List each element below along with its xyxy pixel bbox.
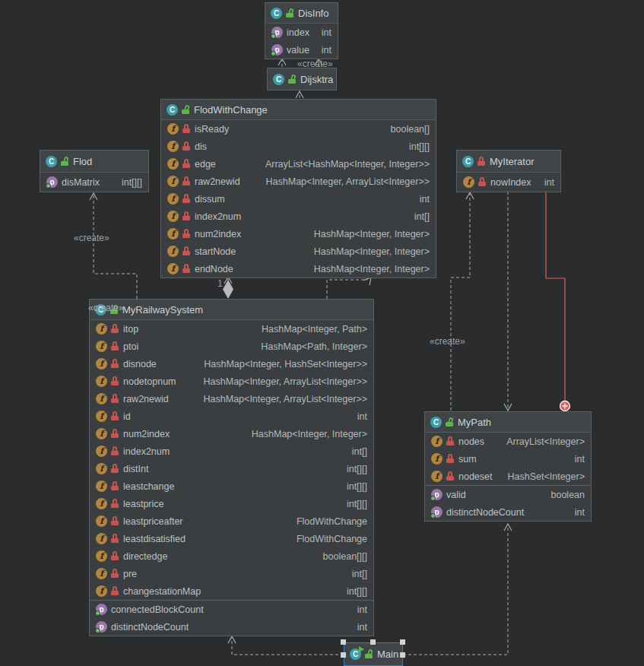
class-header: CFlodWithChange bbox=[161, 100, 436, 120]
field-icon: f bbox=[96, 393, 107, 404]
member-name: index2num bbox=[195, 211, 241, 222]
edge-red-myiterator-mypath[interactable] bbox=[546, 192, 570, 411]
member-type: ArrayList<HashMap<Integer, Integer>> bbox=[265, 159, 430, 170]
member-name: connectedBlockCount bbox=[111, 604, 204, 615]
field-icon: f bbox=[431, 453, 443, 465]
member-type: int bbox=[357, 604, 367, 615]
member-type: int bbox=[322, 27, 332, 38]
member-name: nowIndex bbox=[490, 177, 531, 188]
member-name: disnode bbox=[123, 359, 157, 369]
field-row: fstartNodeHashMap<Integer, Integer> bbox=[161, 243, 436, 260]
selection-handle-top-left[interactable] bbox=[341, 639, 346, 645]
member-name: distInt bbox=[123, 464, 148, 474]
lock-closed-icon bbox=[477, 157, 486, 166]
lock-closed-icon bbox=[182, 141, 191, 151]
field-icon: f bbox=[167, 263, 179, 274]
member-name: disMatrix bbox=[62, 177, 100, 188]
member-name: value bbox=[287, 45, 309, 56]
class-box-flodwithchange[interactable]: CFlodWithChangefisReadyboolean[]fdisint[… bbox=[160, 99, 436, 278]
field-row: fsumint bbox=[425, 450, 591, 468]
edge-main-mypath[interactable] bbox=[403, 524, 512, 655]
lock-closed-icon bbox=[111, 481, 119, 491]
field-row: fnowIndexint bbox=[457, 173, 560, 192]
class-header: CMyIterator bbox=[457, 151, 560, 173]
member-name: isReady bbox=[195, 124, 229, 135]
getter-dot-icon bbox=[430, 496, 436, 501]
field-row: fleastpriceint[][] bbox=[90, 495, 373, 512]
class-icon: C bbox=[430, 417, 442, 428]
class-box-mypath[interactable]: CMyPathfnodesArrayList<Integer>fsumintfn… bbox=[424, 411, 592, 522]
class-box-myrailwaysystem[interactable]: CMyRailwaySystemfitopHashMap<Integer, Pa… bbox=[89, 299, 374, 636]
class-title: Flod bbox=[73, 156, 92, 167]
class-title: FlodWithChange bbox=[194, 104, 268, 116]
edge-flodwithchange-dijsktra[interactable] bbox=[296, 91, 303, 98]
member-name: distinctNodeCount bbox=[446, 507, 524, 518]
class-box-dijsktra[interactable]: CDijsktra bbox=[267, 68, 337, 90]
member-name: nodetopnum bbox=[123, 376, 176, 387]
lock-closed-icon bbox=[182, 229, 191, 239]
member-name: distinctNodeCount bbox=[111, 622, 189, 633]
field-icon: f bbox=[96, 550, 107, 562]
class-icon: C bbox=[271, 8, 282, 19]
create-label-disinfo: «create» bbox=[297, 59, 333, 69]
edge-dijsktra-disinfo-1[interactable] bbox=[278, 59, 286, 67]
member-type: boolean[][] bbox=[323, 551, 367, 562]
member-name: leastprice bbox=[123, 499, 164, 509]
lock-closed-icon bbox=[182, 246, 191, 256]
lock-closed-icon bbox=[182, 176, 191, 186]
member-type: HashMap<Integer, ArrayList<Integer>> bbox=[204, 376, 367, 387]
field-row: fendNodeHashMap<Integer, Integer> bbox=[161, 260, 436, 278]
member-name: ptoi bbox=[123, 341, 138, 352]
edge-myiterator-mypath[interactable] bbox=[504, 192, 512, 411]
class-box-flod[interactable]: CFlodpdisMatrixint[][] bbox=[40, 150, 149, 192]
properties-section: pconnectedBlockCountintpdistinctNodeCoun… bbox=[90, 600, 373, 636]
member-type: int bbox=[322, 45, 332, 56]
selection-handle-mid-right[interactable] bbox=[400, 652, 405, 658]
field-icon: f bbox=[167, 246, 179, 257]
lock-open-icon bbox=[446, 417, 454, 427]
selection-handle-top-right[interactable] bbox=[400, 639, 405, 645]
class-title: Dijsktra bbox=[300, 74, 333, 85]
selection-handle-mid-left[interactable] bbox=[341, 652, 346, 658]
class-icon: C bbox=[46, 156, 57, 167]
member-type: HashMap<Integer, Integer> bbox=[314, 229, 430, 239]
edge-aggregation-flodwithchange[interactable] bbox=[224, 277, 233, 298]
getter-dot-icon bbox=[95, 610, 100, 616]
member-name: nodeset bbox=[458, 471, 492, 482]
getter-dot-icon bbox=[271, 33, 276, 39]
class-title: MyRailwaySystem bbox=[122, 304, 203, 316]
member-name: changestationMap bbox=[123, 586, 201, 597]
lock-closed-icon bbox=[182, 194, 191, 204]
field-icon: f bbox=[96, 323, 107, 335]
member-name: num2index bbox=[123, 429, 170, 439]
lock-open-icon bbox=[288, 75, 297, 84]
field-icon: f bbox=[463, 176, 474, 188]
member-type: int bbox=[420, 194, 430, 205]
member-type: int[][] bbox=[122, 177, 142, 188]
member-type: int[] bbox=[414, 211, 430, 222]
lock-open-icon bbox=[61, 157, 69, 166]
lock-open-icon bbox=[365, 649, 373, 659]
edge-myrailwaysystem-flod[interactable] bbox=[90, 193, 137, 299]
lock-closed-icon bbox=[182, 159, 191, 169]
edge-main-myrailwaysystem[interactable] bbox=[228, 636, 344, 655]
member-name: num2index bbox=[195, 229, 241, 239]
class-box-disinfo[interactable]: CDisInfopindexintpvalueint bbox=[265, 2, 338, 59]
member-type: int bbox=[357, 622, 367, 633]
edge-myrailwaysystem-flodwithchange[interactable] bbox=[327, 275, 374, 299]
class-box-myiterator[interactable]: CMyIteratorfnowIndexint bbox=[456, 150, 561, 192]
field-row: fnodesetHashSet<Integer> bbox=[425, 468, 591, 485]
field-icon: f bbox=[96, 515, 107, 527]
edge-mypath-myiterator[interactable] bbox=[451, 192, 474, 411]
uml-diagram-canvas[interactable]: CDisInfopindexintpvalueint CDijsktra CFl… bbox=[0, 0, 644, 666]
field-icon: f bbox=[96, 446, 107, 457]
lock-closed-icon bbox=[446, 436, 455, 446]
field-icon: f bbox=[167, 228, 179, 239]
member-name: dissum bbox=[195, 194, 225, 205]
class-box-main-selected[interactable]: CMain bbox=[344, 642, 403, 666]
field-row: fdisnodeHashMap<Integer, HashSet<Integer… bbox=[90, 355, 373, 373]
field-icon: f bbox=[96, 376, 107, 387]
lock-closed-icon bbox=[182, 211, 191, 221]
selection-handle-top-mid[interactable] bbox=[370, 639, 376, 645]
member-name: dis bbox=[195, 141, 207, 152]
